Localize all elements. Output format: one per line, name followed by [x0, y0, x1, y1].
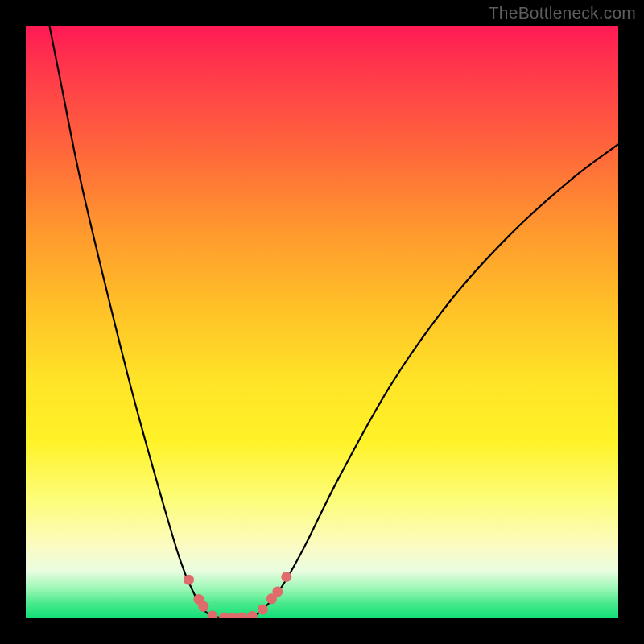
data-marker — [272, 586, 283, 597]
plot-area — [26, 26, 618, 618]
bottleneck-curve — [49, 26, 618, 618]
watermark-text: TheBottleneck.com — [489, 3, 636, 23]
data-marker — [207, 611, 217, 618]
data-marker — [237, 612, 247, 618]
chart-frame: TheBottleneck.com — [0, 0, 644, 644]
chart-svg — [26, 26, 618, 618]
data-marker — [247, 611, 258, 618]
data-markers — [184, 572, 291, 618]
data-marker — [281, 572, 291, 582]
data-marker — [184, 575, 194, 585]
data-marker — [219, 612, 229, 618]
data-marker — [258, 604, 268, 614]
data-marker — [198, 601, 208, 612]
